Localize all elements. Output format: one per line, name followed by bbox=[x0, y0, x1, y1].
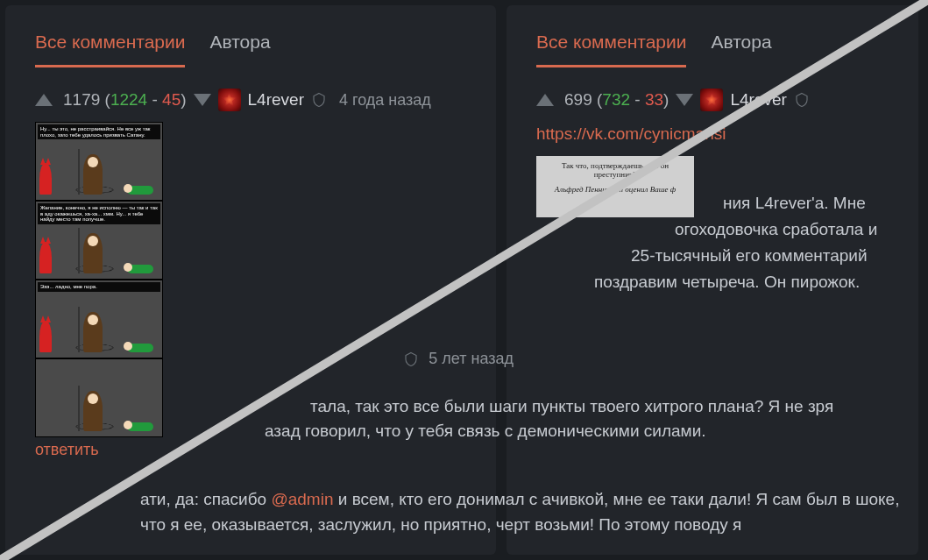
tab-author[interactable]: Автора bbox=[711, 32, 771, 65]
comic-text: Эээ... ладно, мне пора. bbox=[38, 282, 160, 292]
username-link[interactable]: L4rever bbox=[730, 90, 786, 110]
score-total: 699 bbox=[564, 90, 592, 109]
left-pane: Все комментарии Автора 1179 (1224 - 45) … bbox=[5, 5, 496, 555]
upvote-icon[interactable] bbox=[35, 94, 53, 106]
score-plus: 732 bbox=[602, 90, 630, 109]
clip-line: Так что, подтверждаешь, что он преступни… bbox=[540, 161, 691, 181]
comic-panel bbox=[35, 358, 163, 437]
text-fragment: ати, да: спасибо @admin и всем, кто его … bbox=[140, 487, 911, 537]
tab-author[interactable]: Автора bbox=[209, 32, 270, 65]
reply-meta: 5 лет назад bbox=[403, 346, 514, 372]
text-fragment: ния L4rever'a. Мне bbox=[723, 191, 866, 216]
tab-all-comments[interactable]: Все комментарии bbox=[536, 32, 686, 67]
avatar[interactable] bbox=[218, 89, 241, 111]
clip-line: Альфред Пенниуорт оценил Ваше ф bbox=[540, 185, 691, 195]
text-fragment: азад говорил, что у тебя связь с демонич… bbox=[265, 419, 706, 444]
downvote-icon[interactable] bbox=[676, 94, 693, 106]
shield-icon bbox=[794, 91, 810, 109]
text-fragment: 25-тысячный его комментарий bbox=[631, 244, 868, 269]
downvote-icon[interactable] bbox=[194, 94, 211, 106]
comic-panel: Желание, конечно, я не исполню — ты так … bbox=[35, 201, 163, 280]
timestamp: 5 лет назад bbox=[429, 350, 514, 367]
tabs: Все комментарии Автора bbox=[5, 5, 496, 67]
comment-meta: 1179 (1224 - 45) L4rever 4 года назад bbox=[35, 89, 466, 111]
tabs: Все комментарии Автора bbox=[507, 5, 918, 67]
text-fragment: поздравим четыреча. Он пирожок. bbox=[594, 270, 860, 295]
mention-link[interactable]: @admin bbox=[271, 490, 333, 508]
shield-icon bbox=[311, 91, 327, 109]
score-minus: 33 bbox=[645, 90, 663, 109]
score-minus: 45 bbox=[162, 90, 181, 109]
shield-icon bbox=[403, 351, 419, 368]
upvote-icon[interactable] bbox=[536, 94, 554, 106]
comment-body: https://vk.com/cynicmansi bbox=[536, 122, 889, 147]
score: 699 (732 - 33) bbox=[564, 90, 669, 110]
comic-text: Желание, конечно, я не исполню — ты так … bbox=[38, 203, 160, 224]
comment-meta: 699 (732 - 33) L4rever bbox=[536, 89, 889, 111]
text-fragment: тала, так это все были шаги пункты твоег… bbox=[310, 394, 902, 420]
avatar[interactable] bbox=[700, 89, 723, 111]
text-fragment: огоходовочка сработала и bbox=[675, 217, 877, 243]
comic-text: Ну... ты это, не расстраивайся. Не все у… bbox=[38, 124, 160, 139]
score-plus: 1224 bbox=[110, 90, 147, 109]
timestamp: 4 года назад bbox=[339, 91, 431, 110]
comment-image[interactable]: Ну... ты это, не расстраивайся. Не все у… bbox=[35, 122, 163, 437]
text-span: ати, да: спасибо bbox=[140, 490, 271, 508]
score-total: 1179 bbox=[63, 90, 100, 109]
tab-all-comments[interactable]: Все комментарии bbox=[35, 32, 185, 67]
comic-panel: Ну... ты это, не расстраивайся. Не все у… bbox=[35, 122, 163, 201]
score: 1179 (1224 - 45) bbox=[63, 90, 187, 110]
external-link[interactable]: https://vk.com/cynicmansi bbox=[536, 124, 726, 143]
comment-image[interactable]: Так что, подтверждаешь, что он преступни… bbox=[536, 156, 694, 217]
reply-link[interactable]: ответить bbox=[35, 441, 99, 459]
comic-panel: Эээ... ладно, мне пора. bbox=[35, 280, 163, 358]
username-link[interactable]: L4rever bbox=[248, 90, 304, 110]
